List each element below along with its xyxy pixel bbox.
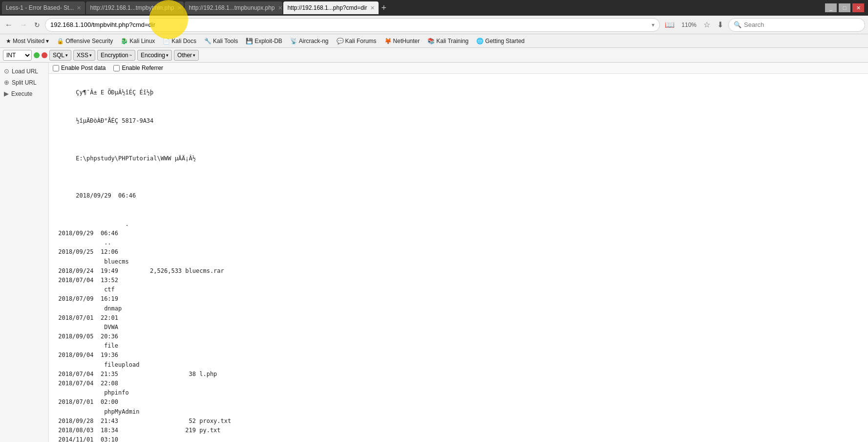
bookmark-most-visited[interactable]: ★ Most Visited ▾ [3,37,52,45]
output-line1: Çy¶¯Â± E ÕÐµÂ½îÉÇ Éî½þ [76,89,153,96]
security-toolbar: INT GET POST SQL ▾ XSS ▾ Encryption ~ En… [0,48,868,63]
output-line2: ½îµÄÐòÀÐ°ÅÉÇ 5817-9A34 [76,117,153,124]
reload-button[interactable]: ↻ [32,20,42,30]
kali-linux-icon: 🐉 [121,38,128,44]
bookmark-kali-training-label: Kali Training [436,38,468,44]
tab-4-close[interactable]: ✕ [370,5,375,11]
enable-post-data-label: Enable Post data [61,65,106,71]
bookmark-kali-training[interactable]: 📚 Kali Training [424,37,471,45]
search-input[interactable] [744,21,860,28]
forward-button[interactable]: → [18,19,29,31]
sidebar-item-execute[interactable]: ▶ Execute [0,88,48,99]
back-button[interactable]: ← [3,19,15,31]
load-url-label: Load URL [12,68,38,75]
bookmark-kali-tools-label: Kali Tools [213,38,238,44]
bookmark-kali-docs[interactable]: 📄 Kali Docs [160,37,199,45]
encoding-menu-button[interactable]: Encoding ▾ [137,50,172,61]
address-bar-dropdown-icon[interactable]: ▾ [652,22,655,28]
tab-3-label: http://192.168.1...tmpbunupx.php [189,4,275,11]
bookmark-kali-forums[interactable]: 💬 Kali Forums [334,37,380,45]
bookmark-button[interactable]: ☆ [701,19,712,30]
bookmark-nethunter[interactable]: 🦊 NetHunter [381,37,423,45]
bookmark-offensive-security[interactable]: 🔒 Offensive Security [54,37,116,45]
sql-menu-button[interactable]: SQL ▾ [49,50,71,61]
content-area: Enable Post data Enable Referrer Çy¶¯Â± … [49,63,868,442]
zoom-level: 110% [679,22,699,28]
search-icon: 🔍 [734,21,741,28]
download-button[interactable]: ⬇ [715,19,725,30]
encryption-menu-button[interactable]: Encryption ~ [97,50,135,61]
tab-3-close[interactable]: ✕ [278,5,282,11]
address-bar-input[interactable] [50,21,652,28]
main-area: ⊙ Load URL ⊕ Split URL ▶ Execute Enable … [0,63,868,442]
minimize-button[interactable]: _ [825,3,837,12]
nethunter-icon: 🦊 [384,38,392,44]
close-window-button[interactable]: ✕ [852,3,864,12]
kali-training-icon: 📚 [427,38,435,44]
tab-2-label: http://192.168.1...tmpbytmln.php [90,4,174,11]
other-label: Other [177,52,192,59]
search-container: 🔍 [728,18,865,32]
enable-post-data-checkbox-label[interactable]: Enable Post data [53,65,106,71]
xss-menu-button[interactable]: XSS ▾ [73,50,95,61]
bookmark-aircrack-ng-label: Aircrack-ng [299,38,329,44]
encoding-chevron-icon: ▾ [166,53,169,58]
bookmark-exploit-db-label: Exploit-DB [254,38,282,44]
bookmark-offensive-security-label: Offensive Security [65,38,113,44]
bookmark-kali-linux[interactable]: 🐉 Kali Linux [118,37,158,45]
other-chevron-icon: ▾ [193,53,195,58]
enable-referrer-label: Enable Referrer [122,65,163,71]
most-visited-icon: ★ [6,38,11,44]
enable-post-data-checkbox[interactable] [53,65,59,71]
tab-bar: Less-1 - Error Based- St... ✕ http://192… [0,0,868,16]
tab-1-label: Less-1 - Error Based- St... [6,4,74,11]
bookmark-kali-linux-label: Kali Linux [129,38,155,44]
bookmark-exploit-db[interactable]: 💾 Exploit-DB [243,37,285,45]
bookmark-getting-started-label: Getting Started [485,38,525,44]
aircrack-ng-icon: 📡 [290,38,297,44]
execute-label: Execute [11,90,32,97]
tab-1[interactable]: Less-1 - Error Based- St... ✕ [2,1,85,14]
int-selector[interactable]: INT GET POST [3,50,32,61]
traffic-light-green [34,52,40,58]
new-tab-button[interactable]: + [380,3,389,13]
split-url-icon: ⊕ [4,79,9,86]
bookmark-aircrack-ng[interactable]: 📡 Aircrack-ng [287,37,332,45]
output-directory-listing: . 2018/09/29 06:46 .. 2018/09/25 12:06 b… [55,221,256,442]
encryption-chevron-icon: ~ [129,53,132,58]
bookmark-kali-tools[interactable]: 🔧 Kali Tools [201,37,241,45]
split-url-label: Split URL [12,79,37,86]
tab-4-label: http://192.168.1...php?cmd=dir [287,4,367,11]
bookmark-most-visited-label: Most Visited [13,38,44,44]
tab-2[interactable]: http://192.168.1...tmpbytmln.php ✕ [86,1,184,14]
output-line6: 2018/09/29 06:46 [76,192,136,199]
tab-4[interactable]: http://192.168.1...php?cmd=dir ✕ [283,1,378,14]
offensive-security-icon: 🔒 [57,38,64,44]
xss-chevron-icon: ▾ [89,53,92,58]
tab-1-close[interactable]: ✕ [77,5,81,11]
sql-label: SQL [53,52,64,59]
getting-started-icon: 🌐 [476,38,484,44]
tab-2-close[interactable]: ✕ [177,5,182,11]
other-menu-button[interactable]: Other ▾ [174,50,199,61]
maximize-button[interactable]: □ [839,3,850,12]
bookmark-getting-started[interactable]: 🌐 Getting Started [473,37,528,45]
sidebar-item-load-url[interactable]: ⊙ Load URL [0,66,48,77]
load-url-icon: ⊙ [4,67,9,75]
reader-mode-button[interactable]: 📖 [663,19,677,30]
tab-3[interactable]: http://192.168.1...tmpbunupx.php ✕ [185,1,282,14]
bookmark-kali-docs-label: Kali Docs [171,38,196,44]
bookmark-most-visited-chevron: ▾ [46,38,49,44]
bookmark-kali-forums-label: Kali Forums [345,38,377,44]
kali-tools-icon: 🔧 [204,38,212,44]
exploit-db-icon: 💾 [246,38,253,44]
sql-chevron-icon: ▾ [65,53,68,58]
kali-forums-icon: 💬 [337,38,344,44]
sidebar: ⊙ Load URL ⊕ Split URL ▶ Execute [0,63,49,442]
enable-referrer-checkbox-label[interactable]: Enable Referrer [113,65,163,71]
encryption-label: Encryption [101,52,128,59]
sidebar-item-split-url[interactable]: ⊕ Split URL [0,77,48,88]
xss-label: XSS [77,52,88,59]
bookmarks-bar: ★ Most Visited ▾ 🔒 Offensive Security 🐉 … [0,34,868,48]
enable-referrer-checkbox[interactable] [113,65,120,71]
